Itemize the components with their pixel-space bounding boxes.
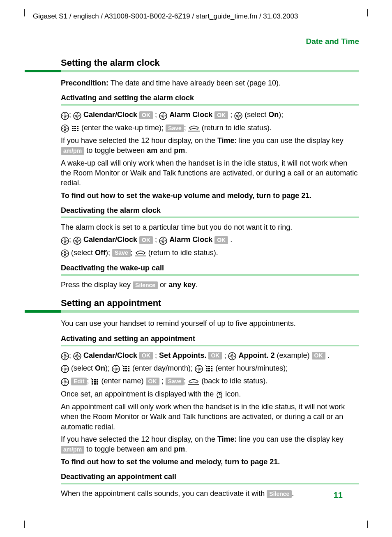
deact-step-1: ; Calendar/Clock OK ; Alarm Clock OK . [61,235,359,245]
ok-key: OK [214,111,228,119]
section-label: Date and Time [33,37,359,46]
nav-icon [73,235,81,245]
save-key: Save [166,124,184,132]
nav-icon [234,110,242,120]
ok-key: OK [208,352,222,360]
nav-icon [73,351,81,361]
nav-icon [195,364,203,373]
nav-icon [73,110,81,120]
deact-step-2: (select Off); Save; (return to idle stat… [61,248,359,258]
alarm-clock-label: Alarm Clock [169,111,212,119]
heading-deactivating-alarm: Deactivating the alarm clock [61,206,359,215]
findout-wakeup: To find out how to set the wake-up volum… [61,191,359,201]
deact-wakeup-line: Press the display key Silence or any key… [61,280,359,290]
save-key: Save [112,249,131,257]
appt-step-3: Edit; (enter name) OK ; Save; (back to i… [61,376,359,386]
nav-icon [159,235,167,245]
precondition-label: Precondition: [61,79,108,87]
nav-icon [159,110,167,120]
keypad-icon [71,123,79,133]
deact-intro: The alarm clock is set to a particular t… [61,222,359,232]
header-path: Gigaset S1 / englisch / A31008-S001-B002… [33,12,359,21]
nav-icon [112,364,120,373]
keypad-icon [205,364,213,373]
appt-deact-line: When the appointment calls sounds, you c… [61,489,359,498]
nav-icon [61,364,69,373]
activating-step-2: (enter the wake-up time); Save; (return … [61,123,359,133]
silence-key: Silence [267,490,292,498]
page-number: 11 [334,491,343,500]
ok-key: OK [139,352,153,360]
hangup-icon [188,376,199,386]
heading-activating-alarm: Activating and setting the alarm clock [61,94,359,102]
nav-icon [61,123,69,133]
keypad-icon [122,364,130,373]
hangup-icon [135,248,146,258]
appt-step-1: ; Calendar/Clock OK ; Set Appoints. OK ;… [61,350,359,361]
heading-setting-alarm: Setting the alarm clock [61,58,359,68]
heading-deactivating-wakeup: Deactivating the wake-up call [61,264,359,272]
hangup-icon [188,123,200,133]
appt-note: An appointment call will only work when … [61,402,359,432]
keypad-icon [91,376,99,386]
edit-key: Edit [71,378,87,385]
precondition-line: Precondition: The date and time have alr… [61,78,359,88]
ampm-key: am/pm [61,147,84,155]
nav-icon [61,376,69,386]
activating-12h-note: If you have selected the 12 hour display… [61,136,359,156]
ok-key: OK [214,236,228,244]
ok-key: OK [312,352,325,360]
nav-icon [61,235,69,245]
wakeup-note: A wake-up call will only work when the h… [61,158,359,188]
ok-key: OK [139,111,153,119]
activating-step-1: ; Calendar/Clock OK ; Alarm Clock OK ; (… [61,110,359,120]
nav-icon [61,110,69,120]
ampm-key: am/pm [61,446,84,454]
nav-icon [61,248,69,258]
heading-activating-appointment: Activating and setting an appointment [61,334,359,343]
alarm-icon [216,389,223,399]
appt-12h-note: If you have selected the 12 hour display… [61,434,359,454]
save-key: Save [166,378,184,385]
calendar-clock-label: Calendar/Clock [83,111,137,119]
appointment-intro: You can use your handset to remind yours… [61,318,359,328]
appt-step-2: (select On); (enter day/month); (enter h… [61,363,359,373]
heading-deactivating-appointment: Deactivating an appointment call [61,472,359,481]
heading-setting-appointment: Setting an appointment [61,298,359,309]
nav-icon [61,351,69,361]
ok-key: OK [146,378,159,385]
silence-key: Silence [133,281,158,289]
appt-once-set: Once set, an appointment is displayed wi… [61,389,359,399]
ok-key: OK [139,236,153,244]
findout-appt: To find out how to set the volume and me… [61,457,359,467]
nav-icon [228,351,236,361]
